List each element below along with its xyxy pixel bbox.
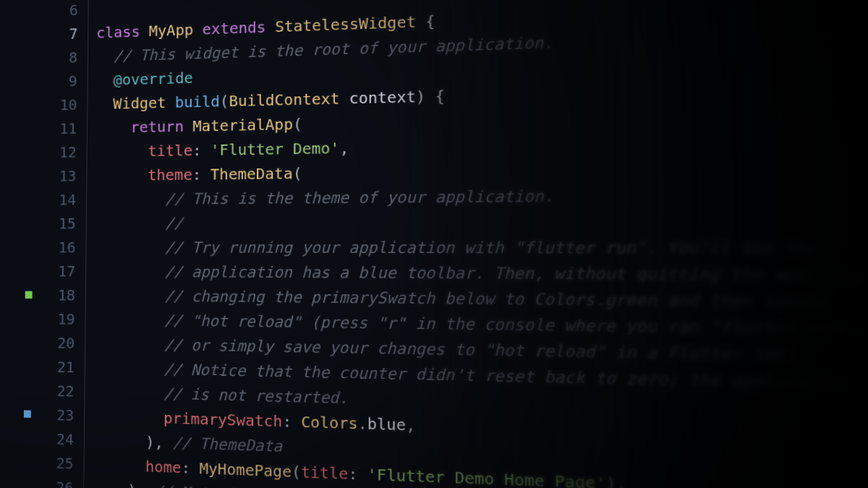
line-number: 20 (20, 330, 75, 355)
line-number: 21 (20, 354, 75, 380)
line-number: 23 (20, 402, 75, 427)
line-number: 14 (22, 188, 76, 212)
line-number: 7 (24, 22, 78, 47)
line-number: 15 (22, 212, 76, 236)
line-number: 8 (23, 46, 77, 71)
line-number: 22 (20, 378, 75, 403)
line-number: 18 (21, 283, 75, 307)
line-number: 19 (20, 307, 75, 331)
line-number: 25 (19, 450, 74, 476)
line-number: 17 (21, 259, 75, 283)
code-area[interactable]: class MyApp extends StatelessWidget { //… (83, 0, 868, 488)
line-number: 11 (22, 116, 77, 141)
line-number: 13 (22, 164, 77, 189)
gutter-marker-icon (24, 410, 31, 418)
line-number: 12 (22, 140, 77, 165)
line-number-gutter: 6 7 8 9 10 11 12 13 14 15 16 17 18 19 20… (19, 0, 88, 488)
line-number: 10 (23, 93, 77, 117)
gutter-marker-icon (25, 291, 33, 299)
code-line[interactable]: // Try running your application with "fl… (85, 234, 868, 262)
code-editor[interactable]: 6 7 8 9 10 11 12 13 14 15 16 17 18 19 20… (19, 0, 868, 488)
line-number: 24 (19, 426, 74, 452)
line-number: 9 (23, 69, 77, 94)
line-number: 6 (24, 0, 78, 24)
line-number: 26 (19, 474, 74, 488)
line-number: 16 (21, 236, 75, 260)
